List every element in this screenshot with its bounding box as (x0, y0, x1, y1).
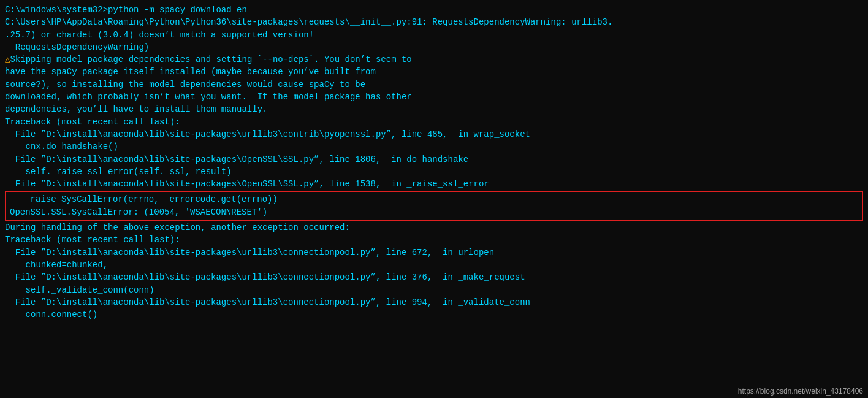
terminal-line: Traceback (most recent call last): (5, 116, 863, 128)
terminal-line: File ”D:\install\anaconda\lib\site-packa… (5, 153, 863, 166)
terminal-line: source?), so installing the model depend… (5, 78, 863, 91)
terminal-window: C:\windows\system32>python -m spacy down… (0, 0, 868, 398)
terminal-line: File ”D:\install\anaconda\lib\site-packa… (5, 178, 863, 190)
terminal-line: RequestsDependencyWarning) (5, 41, 863, 53)
terminal-line: File ”D:\install\anaconda\lib\site-packa… (5, 247, 863, 259)
terminal-line: △Skipping model package dependencies and… (5, 53, 863, 66)
terminal-line: File ”D:\install\anaconda\lib\site-packa… (5, 296, 863, 308)
terminal-line: C:\Users\HP\AppData\Roaming\Python\Pytho… (5, 16, 863, 28)
terminal-line: File ”D:\install\anaconda\lib\site-packa… (5, 128, 863, 140)
terminal-line: self._validate_conn(conn) (5, 284, 863, 296)
error-highlight-block: raise SysCallError(errno, errorcode.get(… (5, 191, 863, 221)
terminal-line: During handling of the above exception, … (5, 221, 863, 234)
terminal-line: C:\windows\system32>python -m spacy down… (5, 4, 863, 16)
terminal-line: File ”D:\install\anaconda\lib\site-packa… (5, 271, 863, 283)
watermark-text: https://blog.csdn.net/weixin_43178406 (738, 387, 863, 396)
terminal-output: C:\windows\system32>python -m spacy down… (5, 4, 863, 321)
warning-triangle-icon: △ (5, 55, 10, 64)
terminal-line: self._raise_ssl_error(self._ssl, result) (5, 166, 863, 178)
terminal-line: chunked=chunked, (5, 259, 863, 271)
terminal-line: dependencies, you’ll have to install the… (5, 103, 863, 115)
terminal-line: .25.7) or chardet (3.0.4) doesn’t match … (5, 29, 863, 41)
terminal-line: raise SysCallError(errno, errorcode.get(… (10, 193, 858, 205)
terminal-line: conn.connect() (5, 308, 863, 321)
terminal-line: OpenSSL.SSL.SysCallError: (10054, 'WSAEC… (10, 206, 858, 218)
terminal-line: cnx.do_handshake() (5, 140, 863, 153)
terminal-line: have the spaCy package itself installed … (5, 66, 863, 78)
terminal-line: Traceback (most recent call last): (5, 234, 863, 246)
terminal-line: downloaded, which probably isn’t what yo… (5, 91, 863, 103)
